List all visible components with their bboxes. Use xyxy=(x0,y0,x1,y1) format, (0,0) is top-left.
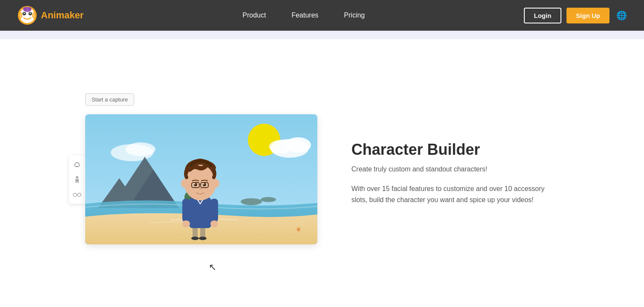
logo-icon xyxy=(17,5,37,26)
capture-button[interactable]: Start a capture xyxy=(85,93,134,106)
svg-rect-42 xyxy=(189,197,211,228)
svg-point-9 xyxy=(23,7,26,10)
main-content: Start a capture xyxy=(0,39,644,307)
svg-rect-15 xyxy=(78,182,79,183)
hero-band xyxy=(0,31,644,39)
svg-point-46 xyxy=(182,220,190,227)
language-icon[interactable]: 🌐 xyxy=(616,10,627,20)
svg-rect-11 xyxy=(75,166,79,167)
body-icon[interactable] xyxy=(72,175,82,184)
svg-point-55 xyxy=(194,183,196,185)
svg-point-7 xyxy=(32,12,36,19)
svg-point-10 xyxy=(29,7,31,10)
character-scene xyxy=(85,114,317,244)
svg-line-20 xyxy=(81,193,81,194)
svg-point-47 xyxy=(210,220,218,227)
side-toolbar xyxy=(69,155,85,204)
nav-product[interactable]: Product xyxy=(242,12,266,19)
svg-point-41 xyxy=(199,237,207,240)
feature-description: With over 15 facial features to customiz… xyxy=(351,183,559,205)
nav-right: Login Sign Up 🌐 xyxy=(524,8,627,23)
svg-point-40 xyxy=(191,237,199,240)
svg-point-5 xyxy=(30,13,31,14)
svg-point-36 xyxy=(241,198,262,205)
svg-point-4 xyxy=(24,13,25,14)
signup-button[interactable]: Sign Up xyxy=(566,8,610,23)
nav-pricing[interactable]: Pricing xyxy=(344,12,365,19)
svg-point-12 xyxy=(76,176,78,179)
glasses-icon[interactable] xyxy=(72,190,82,200)
logo-text: Animaker xyxy=(41,10,83,21)
svg-point-58 xyxy=(213,179,219,188)
svg-point-37 xyxy=(261,197,276,202)
svg-point-56 xyxy=(203,183,204,185)
svg-rect-14 xyxy=(75,182,77,183)
svg-point-57 xyxy=(181,179,187,188)
svg-rect-45 xyxy=(210,199,218,222)
cursor: ↖ xyxy=(209,262,216,273)
right-panel: Character Builder Create truly custom an… xyxy=(351,132,559,205)
login-button[interactable]: Login xyxy=(524,8,562,23)
svg-point-17 xyxy=(78,193,81,197)
hair-icon[interactable] xyxy=(72,159,82,169)
scene-svg xyxy=(85,114,317,244)
svg-point-25 xyxy=(269,140,293,154)
main-header: Animaker Product Features Pricing Login … xyxy=(0,0,644,31)
feature-subtitle: Create truly custom and standout charact… xyxy=(351,165,559,173)
svg-line-19 xyxy=(73,193,73,194)
logo[interactable]: Animaker xyxy=(17,5,83,26)
nav-features[interactable]: Features xyxy=(291,12,318,19)
left-panel: Start a capture xyxy=(85,93,317,244)
svg-point-27 xyxy=(126,142,155,156)
svg-rect-13 xyxy=(75,179,79,182)
feature-title: Character Builder xyxy=(351,141,559,159)
main-nav: Product Features Pricing xyxy=(83,12,523,19)
svg-point-16 xyxy=(73,193,77,197)
svg-rect-44 xyxy=(182,199,190,222)
svg-point-6 xyxy=(18,12,23,19)
